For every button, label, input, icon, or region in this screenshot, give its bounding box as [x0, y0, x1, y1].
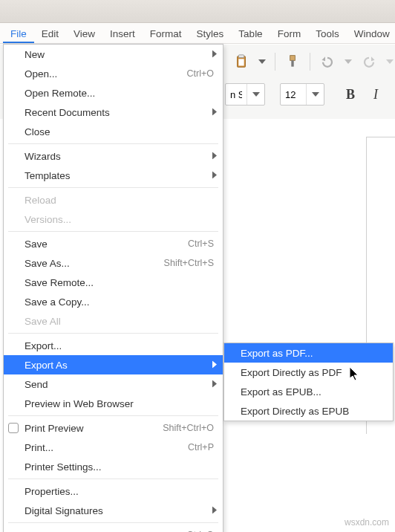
- menuitem-label: Open Remote...: [25, 88, 214, 99]
- menuitem-versions: Versions...: [4, 210, 223, 229]
- submenu-arrow-icon: [212, 379, 217, 390]
- paste-dropdown[interactable]: [255, 51, 269, 73]
- menuitem-preview-browser[interactable]: Preview in Web Browser: [4, 394, 223, 413]
- menu-tools[interactable]: Tools: [308, 24, 347, 43]
- menuitem-templates[interactable]: Templates: [4, 166, 223, 185]
- svg-rect-3: [290, 56, 296, 61]
- menuitem-print-preview[interactable]: Print Preview Shift+Ctrl+O: [4, 418, 223, 438]
- menuitem-label: Digital Signatures: [25, 505, 214, 516]
- redo-dropdown[interactable]: [383, 51, 395, 73]
- menuitem-label: Printer Settings...: [25, 461, 214, 473]
- menuitem-save[interactable]: Save Ctrl+S: [4, 234, 223, 253]
- menuitem-label: Recent Documents: [25, 107, 214, 118]
- mouse-cursor-icon: [350, 367, 360, 382]
- menuitem-export-directly-pdf[interactable]: Export Directly as PDF: [224, 363, 393, 382]
- font-size-input[interactable]: [281, 89, 306, 100]
- menuitem-print[interactable]: Print... Ctrl+P: [4, 438, 223, 457]
- menuitem-label: Save a Copy...: [25, 296, 214, 308]
- menuitem-export-as[interactable]: Export As: [4, 355, 223, 374]
- menu-format[interactable]: Format: [143, 24, 189, 43]
- font-size-dropdown[interactable]: [306, 84, 324, 105]
- menuitem-accel: Shift+Ctrl+O: [163, 423, 214, 433]
- menu-insert[interactable]: Insert: [102, 24, 143, 43]
- menuitem-label: Close: [25, 126, 214, 137]
- bold-button[interactable]: B: [339, 83, 362, 106]
- menuitem-label: Save All: [25, 316, 214, 327]
- font-name-combo[interactable]: [225, 83, 265, 106]
- menu-separator: [8, 187, 218, 188]
- submenu-arrow-icon: [212, 151, 217, 162]
- menuitem-label: Print Preview: [25, 423, 163, 434]
- window-titlebar: [0, 0, 395, 23]
- menuitem-accel: Ctrl+P: [188, 442, 214, 452]
- menuitem-export-as-epub[interactable]: Export as EPUB...: [224, 382, 393, 401]
- undo-button[interactable]: [316, 51, 339, 73]
- font-name-dropdown[interactable]: [247, 84, 264, 105]
- menuitem-label: Print...: [25, 442, 188, 453]
- paste-button[interactable]: [230, 51, 252, 73]
- menu-styles[interactable]: Styles: [189, 24, 232, 43]
- watermark: wsxdn.com: [345, 517, 389, 528]
- menuitem-label: Wizards: [25, 151, 214, 162]
- menuitem-export-directly-epub[interactable]: Export Directly as EPUB: [224, 401, 393, 421]
- menu-separator: [8, 479, 218, 479]
- submenu-arrow-icon: [212, 170, 217, 181]
- menu-separator: [8, 415, 218, 416]
- menu-window[interactable]: Window: [347, 24, 395, 43]
- menuitem-recent-documents[interactable]: Recent Documents: [4, 103, 223, 122]
- menuitem-properties[interactable]: Properties...: [4, 481, 223, 501]
- menuitem-open-remote[interactable]: Open Remote...: [4, 83, 223, 103]
- menu-separator: [8, 333, 218, 334]
- svg-rect-1: [238, 55, 244, 58]
- menuitem-save-copy[interactable]: Save a Copy...: [4, 292, 223, 311]
- menu-table[interactable]: Table: [231, 24, 270, 43]
- menuitem-label: Send: [25, 379, 214, 390]
- submenu-arrow-icon: [212, 107, 217, 118]
- menuitem-wizards[interactable]: Wizards: [4, 146, 223, 166]
- menuitem-label: Open...: [25, 68, 187, 80]
- menuitem-open[interactable]: Open... Ctrl+O: [4, 64, 223, 83]
- paintbrush-icon: [285, 53, 300, 70]
- redo-button[interactable]: [358, 51, 380, 73]
- menu-separator: [8, 522, 218, 523]
- menuitem-printer-settings[interactable]: Printer Settings...: [4, 457, 223, 476]
- menuitem-label: Save: [25, 239, 188, 250]
- redo-icon: [362, 55, 376, 68]
- menubar: File Edit View Insert Format Styles Tabl…: [0, 23, 395, 44]
- clipboard-icon: [233, 53, 249, 70]
- menuitem-exit[interactable]: Exit LibreOffice Ctrl+Q: [4, 525, 223, 532]
- checkbox-icon: [8, 423, 19, 433]
- menu-edit[interactable]: Edit: [34, 24, 66, 43]
- font-name-input[interactable]: [226, 89, 247, 100]
- italic-button[interactable]: I: [365, 83, 387, 106]
- menu-separator: [8, 143, 218, 144]
- menuitem-label: Export As: [25, 360, 214, 371]
- menuitem-close[interactable]: Close: [4, 122, 223, 141]
- menuitem-label: Export as EPUB...: [241, 386, 384, 398]
- menuitem-export[interactable]: Export...: [4, 336, 223, 355]
- font-size-combo[interactable]: [280, 83, 324, 106]
- menuitem-accel: Shift+Ctrl+S: [164, 258, 214, 268]
- menuitem-digital-signatures[interactable]: Digital Signatures: [4, 501, 223, 520]
- menu-view[interactable]: View: [66, 24, 102, 43]
- menuitem-save-all: Save All: [4, 311, 223, 331]
- menuitem-label: Preview in Web Browser: [25, 398, 214, 409]
- menuitem-label: Save As...: [25, 258, 164, 269]
- clone-formatting-button[interactable]: [281, 51, 304, 73]
- menuitem-save-remote[interactable]: Save Remote...: [4, 273, 223, 292]
- submenu-arrow-icon: [212, 360, 217, 371]
- menu-form[interactable]: Form: [270, 24, 309, 43]
- menuitem-new[interactable]: New: [4, 45, 223, 64]
- undo-dropdown[interactable]: [342, 51, 355, 73]
- undo-icon: [321, 55, 334, 68]
- menuitem-label: Templates: [25, 170, 214, 181]
- menuitem-send[interactable]: Send: [4, 374, 223, 394]
- separator: [275, 53, 275, 71]
- menuitem-save-as[interactable]: Save As... Shift+Ctrl+S: [4, 253, 223, 273]
- menuitem-label: Save Remote...: [25, 277, 214, 288]
- submenu-arrow-icon: [212, 49, 217, 60]
- menuitem-label: Export Directly as EPUB: [241, 406, 384, 417]
- export-as-submenu: Export as PDF... Export Directly as PDF …: [223, 343, 394, 421]
- menu-file[interactable]: File: [3, 24, 34, 43]
- menuitem-export-as-pdf[interactable]: Export as PDF...: [224, 343, 393, 363]
